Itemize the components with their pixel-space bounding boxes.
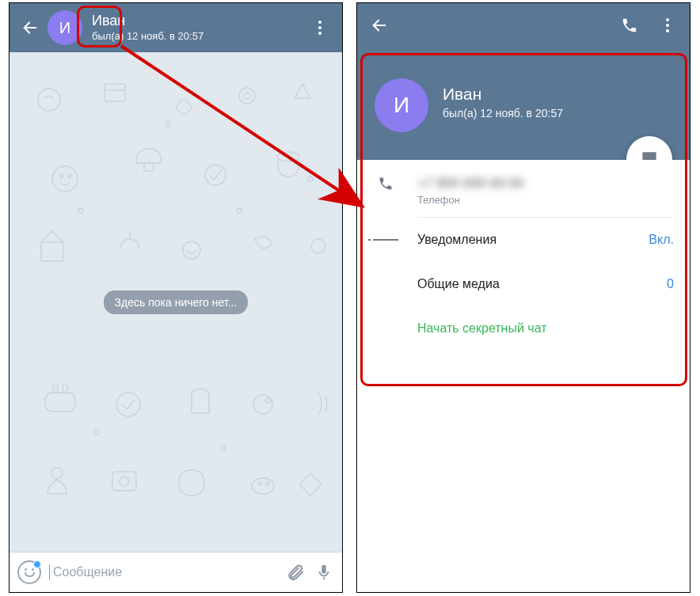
secret-chat-label: Начать секретный чат (417, 321, 674, 336)
avatar-letter: И (59, 19, 70, 37)
empty-chat-message: Здесь пока ничего нет... (104, 290, 249, 314)
svg-point-31 (94, 430, 99, 435)
message-input[interactable] (51, 564, 277, 580)
header-text[interactable]: Иван был(а) 12 нояб. в 20:57 (92, 13, 306, 42)
svg-point-7 (60, 174, 63, 177)
svg-point-30 (308, 177, 313, 181)
avatar-letter: И (394, 93, 409, 118)
more-vertical-icon (666, 18, 669, 32)
emoji-button[interactable] (17, 560, 41, 584)
svg-point-29 (237, 208, 242, 213)
svg-point-21 (51, 468, 63, 479)
phone-label: Телефон (417, 194, 524, 206)
list-icon (373, 237, 398, 242)
profile-screen: И Иван был(а) 12 нояб. в 20:57 +7 900 00… (356, 2, 690, 593)
notifications-row[interactable]: Уведомления Вкл. (357, 218, 690, 262)
svg-point-1 (38, 89, 60, 111)
profile-header: И Иван был(а) 12 нояб. в 20:57 (357, 3, 690, 160)
profile-avatar[interactable]: И (375, 78, 428, 132)
phone-number: +7 900 000-00-00 (417, 176, 524, 192)
notifications-value: Вкл. (649, 233, 674, 247)
svg-point-27 (165, 121, 170, 126)
svg-rect-2 (105, 84, 125, 101)
microphone-icon (315, 564, 333, 581)
message-input-bar (10, 552, 342, 592)
contact-last-seen: был(а) 12 нояб. в 20:57 (92, 30, 306, 42)
profile-contact-name: Иван (443, 85, 481, 104)
svg-rect-12 (41, 242, 63, 261)
start-secret-chat-row[interactable]: Начать секретный чат (357, 306, 690, 351)
svg-point-17 (63, 384, 67, 393)
call-button[interactable] (617, 13, 642, 38)
back-button[interactable] (16, 13, 44, 42)
contact-avatar[interactable]: И (48, 10, 82, 45)
svg-point-4 (239, 88, 255, 104)
profile-more-button[interactable] (655, 13, 680, 38)
chat-header: И Иван был(а) 12 нояб. в 20:57 (10, 3, 342, 52)
svg-point-19 (253, 395, 272, 414)
voice-message-button[interactable] (314, 562, 334, 583)
arrow-left-icon (371, 17, 388, 34)
svg-point-16 (53, 384, 58, 393)
notifications-label: Уведомления (417, 233, 649, 247)
svg-point-18 (116, 393, 140, 416)
shared-media-label: Общие медиа (417, 277, 667, 291)
svg-point-5 (244, 93, 250, 99)
svg-point-24 (252, 478, 274, 494)
profile-back-button[interactable] (367, 13, 392, 38)
arrow-left-icon (21, 19, 39, 36)
svg-point-28 (78, 208, 83, 213)
shared-media-row[interactable]: Общие медиа 0 (357, 262, 690, 306)
message-input-wrap[interactable] (49, 564, 277, 580)
profile-last-seen: был(а) 12 нояб. в 20:57 (443, 107, 563, 120)
svg-point-10 (205, 165, 226, 185)
more-options-button[interactable] (306, 13, 334, 42)
more-vertical-icon (318, 21, 321, 35)
contact-name: Иван (92, 13, 306, 29)
svg-point-20 (265, 398, 270, 403)
svg-point-32 (221, 446, 226, 450)
svg-point-11 (277, 152, 299, 161)
chat-messages-area[interactable]: Здесь пока ничего нет... (10, 52, 342, 552)
chat-screen: И Иван был(а) 12 нояб. в 20:57 (9, 2, 343, 593)
phone-icon (621, 17, 638, 34)
phone-row[interactable]: +7 900 000-00-00 Телефон (357, 160, 690, 217)
svg-rect-9 (144, 163, 154, 171)
svg-point-26 (266, 482, 269, 485)
svg-point-15 (311, 239, 325, 253)
paperclip-icon (286, 563, 305, 582)
svg-point-8 (68, 174, 71, 177)
svg-rect-22 (112, 472, 136, 491)
svg-point-25 (258, 482, 261, 485)
svg-point-6 (52, 166, 78, 192)
phone-icon (378, 176, 394, 192)
profile-body: +7 900 000-00-00 Телефон Уведомления Вкл… (357, 160, 690, 592)
shared-media-value: 0 (667, 277, 674, 291)
svg-point-14 (183, 241, 200, 259)
attach-button[interactable] (285, 562, 306, 583)
svg-point-23 (120, 476, 129, 486)
phone-row-icon (373, 176, 398, 192)
